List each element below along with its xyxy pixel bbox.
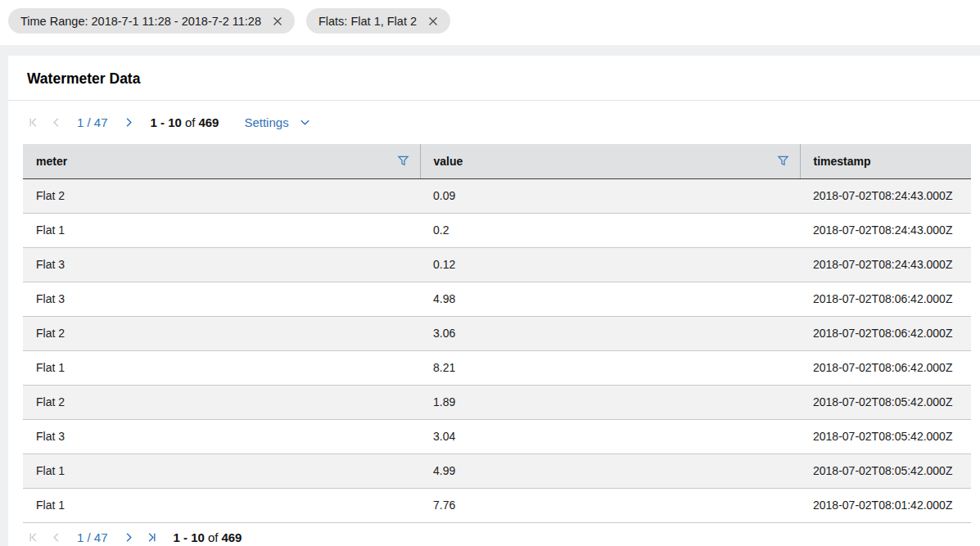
meter-cell: Flat 1 <box>23 213 420 247</box>
table-row: Flat 18.212018-07-02T08:06:42.000Z <box>23 350 971 385</box>
watermeter-data-panel: Watermeter Data 1 / 47 1 - 10 <box>8 56 980 546</box>
value-cell: 3.06 <box>420 316 800 350</box>
range-total: 469 <box>198 115 219 129</box>
filter-icon <box>397 155 409 167</box>
settings-label: Settings <box>244 115 288 129</box>
meter-cell: Flat 2 <box>23 178 420 213</box>
first-page-icon <box>27 116 39 129</box>
meter-cell: Flat 1 <box>23 488 420 522</box>
timestamp-cell: 2018-07-02T08:24:43.000Z <box>800 247 971 282</box>
next-page-button[interactable] <box>123 116 135 129</box>
column-header-meter: meter <box>23 144 420 178</box>
table-row: Flat 33.042018-07-02T08:05:42.000Z <box>23 419 971 453</box>
table-header-row: meter value <box>23 144 971 178</box>
row-range-text: 1 - 10 of 469 <box>174 530 242 544</box>
data-table-container: meter value <box>23 144 971 523</box>
timestamp-cell: 2018-07-02T08:24:43.000Z <box>800 178 971 213</box>
timestamp-cell: 2018-07-02T08:01:42.000Z <box>800 488 971 522</box>
value-cell: 0.12 <box>420 247 800 282</box>
value-cell: 4.99 <box>420 453 800 488</box>
page-title: Watermeter Data <box>27 70 960 88</box>
flats-filter-chip[interactable]: Flats: Flat 1, Flat 2 <box>306 8 450 34</box>
watermeter-table: meter value <box>23 144 971 523</box>
close-icon[interactable] <box>273 16 282 26</box>
value-column-label: value <box>434 155 463 168</box>
chevron-left-icon <box>50 116 62 129</box>
chevron-right-icon <box>123 116 135 129</box>
panel-header: Watermeter Data <box>8 56 980 101</box>
value-cell: 7.76 <box>420 488 800 522</box>
last-page-button[interactable] <box>146 531 158 544</box>
timestamp-cell: 2018-07-02T08:24:43.000Z <box>800 213 971 247</box>
timestamp-cell: 2018-07-02T08:05:42.000Z <box>800 385 971 419</box>
table-row: Flat 17.762018-07-02T08:01:42.000Z <box>23 488 971 522</box>
meter-column-label: meter <box>36 155 67 168</box>
chevron-down-icon <box>299 116 311 129</box>
range-of-word: of <box>208 530 219 544</box>
table-toolbar: 1 / 47 1 - 10 of 469 Settings <box>8 101 980 144</box>
table-row: Flat 14.992018-07-02T08:05:42.000Z <box>23 453 971 488</box>
value-cell: 0.09 <box>420 178 800 213</box>
range-value: 1 - 10 <box>174 530 205 544</box>
bottom-pagination-row: 1 / 47 1 - 10 of 469 <box>8 523 980 546</box>
next-page-button[interactable] <box>123 531 135 544</box>
meter-cell: Flat 1 <box>23 350 420 385</box>
bottom-pagination: 1 / 47 1 - 10 of 469 <box>27 530 242 544</box>
chevron-right-icon <box>123 531 135 544</box>
first-page-button[interactable] <box>27 531 39 544</box>
value-cell: 8.21 <box>420 350 800 385</box>
table-row: Flat 20.092018-07-02T08:24:43.000Z <box>23 178 971 213</box>
previous-page-button[interactable] <box>50 116 62 129</box>
table-row: Flat 21.892018-07-02T08:05:42.000Z <box>23 385 971 419</box>
range-total: 469 <box>221 530 242 544</box>
value-cell: 0.2 <box>420 213 800 247</box>
first-page-button[interactable] <box>27 116 39 129</box>
column-header-timestamp: timestamp <box>800 144 971 178</box>
table-row: Flat 10.22018-07-02T08:24:43.000Z <box>23 213 971 247</box>
first-page-icon <box>27 531 39 544</box>
time-range-filter-label: Time Range: 2018-7-1 11:28 - 2018-7-2 11… <box>20 15 261 28</box>
table-body: Flat 20.092018-07-02T08:24:43.000ZFlat 1… <box>23 178 971 522</box>
timestamp-cell: 2018-07-02T08:05:42.000Z <box>800 453 971 488</box>
table-row: Flat 34.982018-07-02T08:06:42.000Z <box>23 282 971 316</box>
timestamp-cell: 2018-07-02T08:06:42.000Z <box>800 316 971 350</box>
timestamp-cell: 2018-07-02T08:06:42.000Z <box>800 282 971 316</box>
flats-filter-label: Flats: Flat 1, Flat 2 <box>318 15 417 28</box>
timestamp-cell: 2018-07-02T08:05:42.000Z <box>800 419 971 453</box>
timestamp-column-label: timestamp <box>814 155 871 168</box>
previous-page-button[interactable] <box>50 531 62 544</box>
timestamp-cell: 2018-07-02T08:06:42.000Z <box>800 350 971 385</box>
value-filter-button[interactable] <box>777 155 789 167</box>
page-indicator[interactable]: 1 / 47 <box>73 530 112 544</box>
meter-cell: Flat 2 <box>23 385 420 419</box>
last-page-icon <box>146 531 158 544</box>
value-cell: 4.98 <box>420 282 800 316</box>
meter-cell: Flat 2 <box>23 316 420 350</box>
table-row: Flat 30.122018-07-02T08:24:43.000Z <box>23 247 971 282</box>
close-icon[interactable] <box>428 16 438 26</box>
range-value: 1 - 10 <box>151 115 182 129</box>
settings-button[interactable]: Settings <box>244 115 310 129</box>
filter-icon <box>777 155 789 167</box>
meter-cell: Flat 3 <box>23 282 420 316</box>
table-row: Flat 23.062018-07-02T08:06:42.000Z <box>23 316 971 350</box>
meter-filter-button[interactable] <box>397 155 409 167</box>
meter-cell: Flat 1 <box>23 453 420 488</box>
chevron-left-icon <box>50 531 62 544</box>
meter-cell: Flat 3 <box>23 419 420 453</box>
value-cell: 3.04 <box>420 419 800 453</box>
column-header-value: value <box>420 144 800 178</box>
filter-bar: Time Range: 2018-7-1 11:28 - 2018-7-2 11… <box>0 0 980 45</box>
page-indicator[interactable]: 1 / 47 <box>73 115 112 129</box>
row-range-text: 1 - 10 of 469 <box>151 115 219 129</box>
time-range-filter-chip[interactable]: Time Range: 2018-7-1 11:28 - 2018-7-2 11… <box>8 8 295 34</box>
range-of-word: of <box>185 115 196 129</box>
value-cell: 1.89 <box>420 385 800 419</box>
top-pagination: 1 / 47 1 - 10 of 469 Settings <box>27 115 311 129</box>
meter-cell: Flat 3 <box>23 247 420 282</box>
